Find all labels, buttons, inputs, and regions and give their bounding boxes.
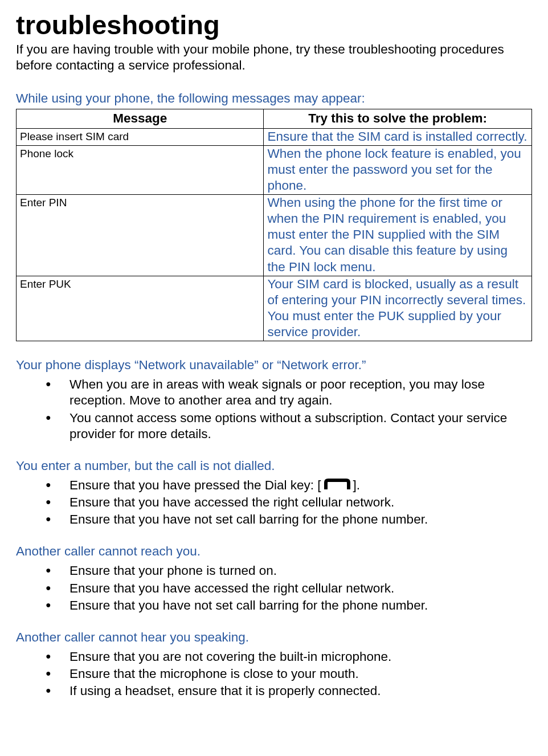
- section-heading: Your phone displays “Network unavailable…: [16, 357, 532, 373]
- list-item: Ensure that you are not covering the bui…: [57, 649, 532, 665]
- bullet-list: When you are in areas with weak signals …: [16, 377, 532, 442]
- fix-cell: Ensure that the SIM card is installed co…: [264, 128, 532, 145]
- bullet-list: Ensure that your phone is turned on. Ens…: [16, 563, 532, 613]
- dial-key-icon: [321, 478, 353, 492]
- list-item: Ensure that you have pressed the Dial ke…: [57, 477, 532, 493]
- fix-cell: When using the phone for the first time …: [264, 195, 532, 276]
- message-cell: Phone lock: [17, 145, 264, 194]
- list-item: Ensure that you have accessed the right …: [57, 581, 532, 596]
- list-item: Ensure that the microphone is close to y…: [57, 666, 532, 682]
- dial-text-after: ].: [353, 478, 361, 492]
- section-heading: Another caller cannot reach you.: [16, 543, 532, 559]
- list-item: Ensure that you have not set call barrin…: [57, 512, 532, 528]
- table-row: Enter PIN When using the phone for the f…: [17, 195, 532, 276]
- intro-text: If you are having trouble with your mobi…: [16, 42, 532, 73]
- table-section-heading: While using your phone, the following me…: [16, 91, 532, 107]
- fix-cell: When the phone lock feature is enabled, …: [264, 145, 532, 194]
- list-item: Ensure that you have accessed the right …: [57, 495, 532, 510]
- messages-table: Message Try this to solve the problem: P…: [16, 109, 532, 341]
- page-title: troubleshooting: [16, 11, 532, 38]
- dial-text-before: Ensure that you have pressed the Dial ke…: [69, 478, 321, 492]
- message-cell: Please insert SIM card: [17, 128, 264, 145]
- table-header-row: Message Try this to solve the problem:: [17, 109, 532, 128]
- table-row: Enter PUK Your SIM card is blocked, usua…: [17, 276, 532, 341]
- bullet-list: Ensure that you have pressed the Dial ke…: [16, 477, 532, 528]
- message-cell: Enter PIN: [17, 195, 264, 276]
- table-header-fix: Try this to solve the problem:: [264, 109, 532, 128]
- fix-cell: Your SIM card is blocked, usually as a r…: [264, 276, 532, 341]
- section-heading: You enter a number, but the call is not …: [16, 458, 532, 474]
- message-cell: Enter PUK: [17, 276, 264, 341]
- table-header-message: Message: [17, 109, 264, 128]
- list-item: Ensure that you have not set call barrin…: [57, 598, 532, 614]
- list-item: When you are in areas with weak signals …: [57, 377, 532, 408]
- bullet-list: Ensure that you are not covering the bui…: [16, 649, 532, 699]
- table-row: Please insert SIM card Ensure that the S…: [17, 128, 532, 145]
- list-item: Ensure that your phone is turned on.: [57, 563, 532, 579]
- table-row: Phone lock When the phone lock feature i…: [17, 145, 532, 194]
- list-item: If using a headset, ensure that it is pr…: [57, 683, 532, 699]
- section-heading: Another caller cannot hear you speaking.: [16, 630, 532, 645]
- list-item: You cannot access some options without a…: [57, 410, 532, 442]
